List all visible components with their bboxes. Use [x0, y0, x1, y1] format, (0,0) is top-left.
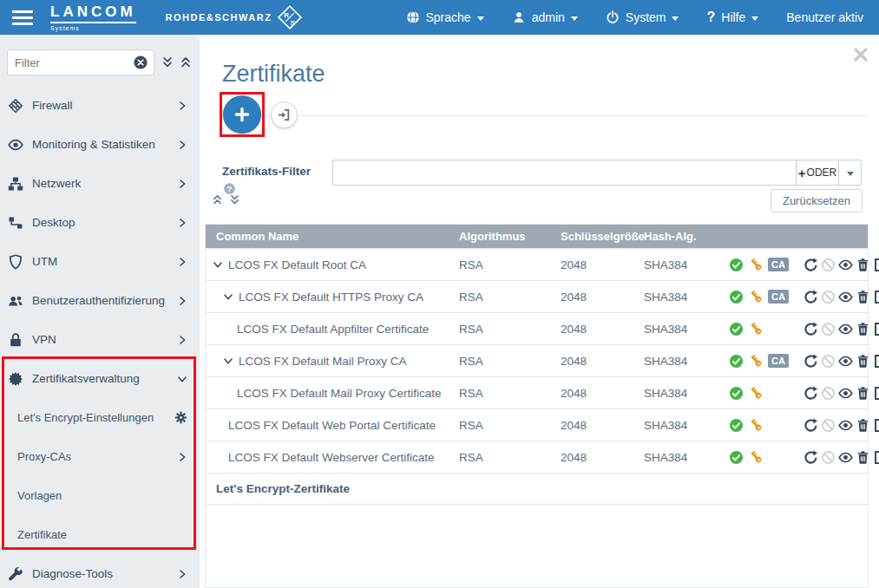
- revoke-certificate-button[interactable]: [821, 386, 836, 401]
- certificate-hash: SHA384: [644, 451, 729, 464]
- delete-certificate-button[interactable]: [856, 386, 870, 401]
- add-certificate-button[interactable]: [223, 95, 261, 134]
- plus-glyph: +: [798, 167, 806, 180]
- close-icon[interactable]: [853, 47, 869, 62]
- certificate-name: LCOS FX Default HTTPS Proxy CA: [239, 291, 423, 304]
- collapse-row-icon[interactable]: [213, 259, 223, 270]
- view-certificate-button[interactable]: [838, 386, 853, 401]
- certificate-row: LCOS FX Default HTTPS Proxy CA RSA 2048 …: [206, 280, 868, 312]
- export-certificate-button[interactable]: [873, 258, 879, 272]
- sidebar-item-desktop[interactable]: Desktop: [0, 203, 200, 242]
- collapse-all-icon[interactable]: [180, 56, 192, 69]
- ban-icon: [821, 418, 836, 433]
- lets-encrypt-group-row[interactable]: Let's Encrypt-Zertifikate: [206, 473, 868, 504]
- reset-filter-button[interactable]: Zurücksetzen: [771, 189, 863, 212]
- sidebar-item-label: Zertifikatsverwaltung: [32, 372, 140, 385]
- certificate-filter-group: + ODER: [332, 160, 862, 186]
- collapse-row-icon[interactable]: [223, 356, 233, 366]
- revoke-certificate-button[interactable]: [821, 258, 836, 272]
- sidebar-subitem-lets-encrypt-einstellungen[interactable]: Let's Encrypt-Einstellungen: [0, 398, 200, 437]
- certificate-name: LCOS FX Default Mail Proxy CA: [239, 355, 407, 368]
- export-icon: [873, 450, 879, 465]
- renew-certificate-button[interactable]: [804, 322, 818, 336]
- delete-certificate-button[interactable]: [856, 290, 870, 304]
- key-icon: [748, 321, 764, 336]
- help-icon[interactable]: [223, 182, 236, 195]
- sidebar-item-benutzerauthentifizierung[interactable]: Benutzerauthentifizierung: [0, 281, 200, 320]
- import-certificate-button[interactable]: [271, 101, 298, 128]
- expand-all-icon[interactable]: [161, 56, 174, 69]
- export-certificate-button[interactable]: [873, 450, 879, 465]
- key-icon: [748, 417, 764, 433]
- refresh-icon: [804, 258, 818, 272]
- key-icon: [748, 353, 764, 369]
- export-icon: [873, 322, 879, 336]
- lancom-logo[interactable]: LANCOM Systems: [50, 3, 136, 31]
- revoke-certificate-button[interactable]: [821, 290, 836, 304]
- column-header-schluesselgroesse: Schlüsselgröße: [561, 230, 644, 243]
- or-filter-button[interactable]: + ODER: [796, 160, 839, 186]
- collapse-up-icon[interactable]: [212, 194, 223, 206]
- menu-toggle-icon[interactable]: [12, 10, 33, 25]
- delete-certificate-button[interactable]: [856, 450, 870, 465]
- delete-certificate-button[interactable]: [856, 354, 870, 369]
- language-menu[interactable]: Sprache: [406, 10, 484, 24]
- column-header-hash-alg: Hash-Alg.: [644, 230, 729, 243]
- renew-certificate-button[interactable]: [804, 354, 818, 369]
- sidebar-item-label: VPN: [32, 333, 56, 346]
- renew-certificate-button[interactable]: [804, 386, 818, 401]
- certificate-hash: SHA384: [644, 419, 729, 432]
- delete-certificate-button[interactable]: [856, 322, 870, 336]
- collapse-down-icon[interactable]: [229, 194, 240, 206]
- system-menu[interactable]: System: [606, 10, 679, 24]
- sidebar-item-vpn[interactable]: VPN: [0, 320, 200, 359]
- revoke-certificate-button[interactable]: [821, 354, 836, 369]
- sidebar-item-diagnose-tools[interactable]: Diagnose-Tools: [0, 554, 200, 588]
- renew-certificate-button[interactable]: [804, 290, 818, 304]
- session-status-label: Benutzer aktiv: [786, 10, 863, 24]
- view-certificate-button[interactable]: [838, 450, 853, 465]
- certificate-key-size: 2048: [561, 419, 644, 432]
- view-certificate-button[interactable]: [838, 290, 853, 304]
- view-certificate-button[interactable]: [838, 418, 853, 433]
- sidebar-subitem-vorlagen[interactable]: Vorlagen: [0, 476, 200, 515]
- clear-filter-icon[interactable]: [133, 55, 148, 70]
- sidebar-item-zertifikatsverwaltung[interactable]: Zertifikatsverwaltung: [0, 359, 200, 398]
- revoke-certificate-button[interactable]: [821, 450, 836, 465]
- export-certificate-button[interactable]: [873, 354, 879, 369]
- certificate-name: LCOS FX Default Web Portal Certificate: [228, 419, 436, 432]
- sidebar-item-monitoring[interactable]: Monitoring & Statistiken: [0, 125, 200, 164]
- help-menu[interactable]: ? Hilfe: [706, 10, 758, 25]
- eye-icon: [8, 137, 23, 153]
- export-certificate-button[interactable]: [873, 418, 879, 433]
- renew-certificate-button[interactable]: [804, 450, 818, 465]
- eye-icon: [838, 450, 853, 465]
- sidebar-filter-box: [7, 49, 154, 75]
- sidebar-item-netzwerk[interactable]: Netzwerk: [0, 164, 200, 203]
- sidebar-item-utm[interactable]: UTM: [0, 242, 200, 281]
- view-certificate-button[interactable]: [838, 258, 853, 272]
- export-certificate-button[interactable]: [873, 322, 879, 336]
- delete-certificate-button[interactable]: [856, 258, 870, 272]
- view-certificate-button[interactable]: [838, 322, 853, 336]
- delete-certificate-button[interactable]: [856, 418, 870, 433]
- sidebar-filter-input[interactable]: [15, 56, 133, 69]
- or-filter-dropdown-button[interactable]: [839, 160, 862, 186]
- sidebar-item-firewall[interactable]: Firewall: [0, 86, 200, 125]
- revoke-certificate-button[interactable]: [821, 418, 836, 433]
- sidebar-subitem-proxy-cas[interactable]: Proxy-CAs: [0, 437, 200, 476]
- export-certificate-button[interactable]: [873, 290, 879, 304]
- main-content: Zertifikate Zertifikats-Filter + ODER Zu…: [200, 35, 879, 588]
- renew-certificate-button[interactable]: [804, 418, 818, 433]
- collapse-row-icon[interactable]: [223, 291, 233, 302]
- revoke-certificate-button[interactable]: [821, 322, 836, 336]
- renew-certificate-button[interactable]: [804, 258, 818, 272]
- ban-icon: [821, 386, 836, 401]
- export-certificate-button[interactable]: [873, 386, 879, 401]
- sidebar-item-label: Desktop: [32, 216, 75, 229]
- eye-icon: [838, 354, 853, 369]
- user-menu[interactable]: admin: [512, 10, 578, 24]
- certificate-filter-input[interactable]: [332, 160, 796, 186]
- view-certificate-button[interactable]: [838, 354, 853, 369]
- sidebar-subitem-zertifikate[interactable]: Zertifikate: [0, 515, 200, 554]
